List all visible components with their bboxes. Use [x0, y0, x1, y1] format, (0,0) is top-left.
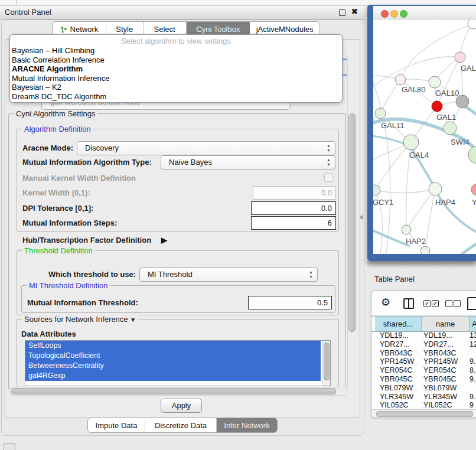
table-row[interactable]: YBL079WYBL079W: [371, 384, 476, 393]
expand-right-icon[interactable]: ▶: [161, 236, 167, 244]
aracne-mode-combobox[interactable]: Discovery ▲▼: [77, 141, 335, 155]
panel-collapse-arrow-icon[interactable]: [360, 215, 363, 220]
combo-arrows-icon: ▲▼: [327, 144, 331, 153]
dpi-tolerance-field[interactable]: 0.0: [251, 201, 336, 215]
scrollbar-thumb[interactable]: [348, 113, 356, 332]
cell: YBR045C: [380, 375, 413, 383]
checked-checkbox-icon[interactable]: ✓: [423, 300, 431, 307]
scrollbar-thumb[interactable]: [324, 343, 330, 380]
settings-vertical-scrollbar[interactable]: [347, 54, 356, 390]
mi-threshold-value: 0.5: [317, 298, 328, 307]
algorithm-item[interactable]: Dream8 DC_TDC Algorithm: [12, 92, 340, 102]
node-label: GCY1: [373, 198, 393, 207]
cell: YER054C: [423, 366, 457, 374]
cell: YDR27...: [380, 340, 410, 348]
settings-horizontal-scrollbar[interactable]: [9, 387, 347, 396]
network-graph: GAL GAL80 GAL10 GAL1 GAL11 SWI4 GAL4 GCY…: [373, 20, 476, 254]
zoom-traffic-icon[interactable]: [400, 10, 407, 18]
cell: YPR145W: [380, 357, 414, 366]
kernel-width-field[interactable]: 0.0: [253, 186, 336, 200]
apply-button[interactable]: Apply: [161, 399, 202, 413]
mi-algorithm-type-combobox[interactable]: Naive Bayes ▲▼: [161, 155, 335, 169]
mi-threshold-field[interactable]: 0.5: [248, 296, 332, 309]
algorithm-item[interactable]: Bayesian – K2: [12, 83, 340, 92]
unchecked-checkbox-icon[interactable]: [454, 300, 461, 307]
network-view-window[interactable]: GAL GAL80 GAL10 GAL1 GAL11 SWI4 GAL4 GCY…: [367, 5, 476, 261]
scrollbar-thumb[interactable]: [11, 388, 336, 394]
dpi-tolerance-value: 0.0: [321, 204, 332, 213]
which-threshold-value: MI Threshold: [148, 270, 193, 279]
column-header[interactable]: shared...: [375, 317, 422, 331]
dpi-tolerance-label: DPI Tolerance [0,1]:: [22, 204, 93, 213]
scrollbar-thumb[interactable]: [376, 411, 473, 417]
table-row[interactable]: YER054CYER054C8.: [371, 366, 476, 375]
data-attributes-list[interactable]: SelfLoops TopologicalCoefficient Between…: [25, 340, 331, 386]
checked-checkbox-icon[interactable]: ✓: [432, 300, 439, 307]
table-row[interactable]: YBR043CYBR043C: [371, 349, 476, 358]
columns-icon[interactable]: [403, 298, 414, 309]
cell: YDR27...: [423, 340, 454, 348]
algorithm-item-selected[interactable]: ARACNE Algorithm: [12, 64, 340, 74]
table-row[interactable]: YPR145WYPR145W9.: [371, 357, 476, 366]
data-attributes-label: Data Attributes: [21, 330, 76, 338]
unchecked-checkbox-icon[interactable]: [445, 300, 452, 307]
control-panel-title: Control Panel: [5, 8, 51, 17]
cell: 9: [470, 401, 474, 409]
node-label: GAL: [461, 64, 476, 73]
which-threshold-combobox[interactable]: MI Threshold ▲▼: [139, 268, 318, 282]
minimize-traffic-icon[interactable]: [390, 10, 398, 18]
cell: YIL052C: [380, 401, 409, 409]
algorithm-item[interactable]: Bayesian – Hill Climbing: [12, 46, 340, 56]
close-traffic-icon[interactable]: [381, 10, 389, 18]
node-label: Y: [472, 198, 476, 207]
list-item[interactable]: gal4RGexp: [25, 371, 321, 381]
cell: YBL079W: [380, 384, 413, 392]
cell: 9.: [470, 393, 475, 401]
table-row[interactable]: YBR045CYBR045C9.: [371, 375, 476, 384]
control-panel-titlebar: Control Panel ✖: [0, 6, 365, 19]
mi-steps-field[interactable]: 6: [251, 216, 336, 230]
node-label: HAP2: [406, 237, 426, 246]
node-label: GAL10: [435, 89, 459, 97]
tab-infer-network[interactable]: Infer Network: [217, 418, 277, 433]
list-item[interactable]: SelfLoops: [25, 341, 321, 351]
combo-arrows-icon: ▲▼: [309, 270, 313, 279]
table-row[interactable]: YDL19...YDL19...13: [371, 331, 476, 340]
algorithm-list: Bayesian – Hill Climbing Basic Correlati…: [12, 46, 340, 102]
close-icon[interactable]: ✖: [351, 7, 358, 16]
table-row[interactable]: YLR345WYLR345W9.: [371, 393, 476, 402]
which-threshold-label: Which threshold to use:: [48, 270, 136, 279]
tab-impute-data[interactable]: Impute Data: [88, 418, 145, 433]
cell: YPR145W: [423, 357, 458, 366]
float-window-icon[interactable]: [339, 9, 345, 16]
minimized-panel-icon[interactable]: [4, 444, 15, 450]
list-item[interactable]: BetweennessCentrality: [25, 361, 321, 371]
gear-icon[interactable]: ⚙: [381, 296, 390, 309]
tab-discretize-data[interactable]: Discretize Data: [145, 418, 217, 433]
collapse-down-icon[interactable]: ▼: [130, 317, 136, 323]
column-header[interactable]: name: [422, 317, 470, 331]
column-header[interactable]: A: [470, 317, 476, 331]
tab-discretize-data-label: Discretize Data: [155, 418, 207, 433]
table-row[interactable]: YIL052CYIL052C9: [371, 401, 476, 409]
algorithm-item[interactable]: Mutual Information Inference: [12, 74, 340, 83]
list-item[interactable]: TopologicalCoefficient: [25, 351, 321, 361]
document-icon[interactable]: [467, 297, 476, 310]
node-label: GAL11: [381, 121, 405, 130]
combo-arrows-icon: ▲▼: [327, 158, 331, 167]
network-canvas[interactable]: GAL GAL80 GAL10 GAL1 GAL11 SWI4 GAL4 GCY…: [373, 20, 476, 254]
manual-kernel-width-checkbox[interactable]: [324, 173, 333, 182]
sources-title: Sources for Network Inference: [24, 315, 128, 324]
table-panel-window: ⚙ ✓ ✓ shared... name A YDL19...YDL19...1…: [371, 291, 476, 418]
table-horizontal-scrollbar[interactable]: [371, 409, 476, 418]
list-vertical-scrollbar[interactable]: [322, 341, 330, 386]
mi-algorithm-type-value: Naive Bayes: [169, 158, 212, 167]
table-row[interactable]: YDR27...YDR27...12: [371, 340, 476, 349]
aracne-mode-value: Discovery: [85, 144, 119, 152]
node-label: GAL4: [409, 151, 429, 159]
network-window-titlebar[interactable]: [373, 6, 476, 21]
algorithm-item[interactable]: Basic Correlation Inference: [12, 56, 340, 65]
network-icon: [60, 26, 67, 33]
cell: YBR043C: [380, 349, 413, 357]
group-title: Sources for Network Inference ▼: [22, 315, 138, 324]
